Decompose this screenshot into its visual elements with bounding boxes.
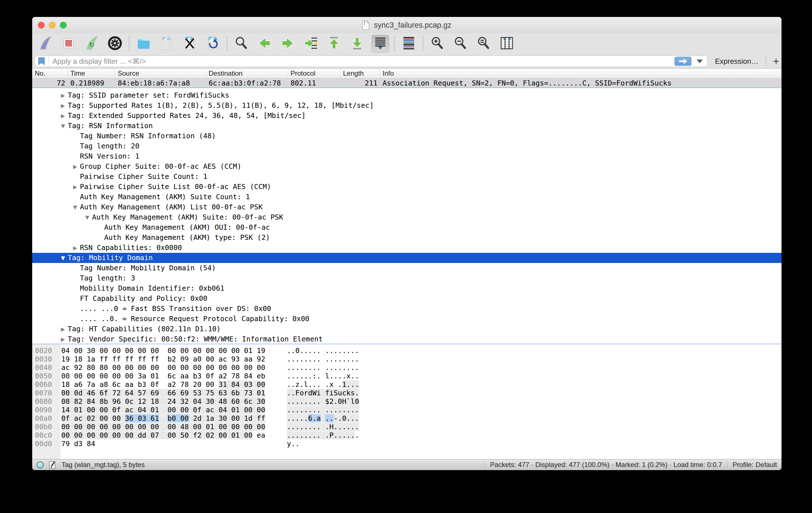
hex-row[interactable]: 00c000 00 00 00 00 00 dd 07 00 50 f2 02 … — [32, 431, 782, 440]
hex-ascii-area: y.. — [287, 440, 299, 448]
hex-byte-area: 00 00 00 00 00 00 3a 01 6c aa b3 0f a2 7… — [61, 372, 287, 381]
hex-row[interactable]: 003019 18 1a ff ff ff ff ff b2 09 a0 00 … — [32, 355, 782, 363]
tree-row[interactable]: ▶Tag: SSID parameter set: FordWifiSucks — [32, 90, 782, 100]
toolbar-auto-scroll-live-button[interactable] — [372, 35, 389, 53]
tree-row[interactable]: Tag length: 20 — [32, 141, 782, 151]
hex-row[interactable]: 00a00f ac 02 00 00 36 03 61 b0 00 2d 1a … — [32, 414, 782, 423]
tree-row[interactable]: Tag Number: RSN Information (48) — [32, 131, 782, 141]
toolbar-go-forward-button[interactable] — [279, 35, 296, 53]
tree-row[interactable]: ▼Auth Key Management (AKM) List 00-0f-ac… — [32, 202, 782, 212]
expander-down-icon[interactable]: ▼ — [70, 202, 80, 212]
minimize-window-button[interactable] — [49, 22, 56, 29]
expander-right-icon[interactable]: ▶ — [58, 90, 68, 100]
tree-row[interactable]: .... ..0. = Resource Request Protocol Ca… — [32, 314, 782, 324]
tree-row[interactable]: Mobility Domain Identifier: 0xb061 — [32, 283, 782, 294]
tree-row[interactable]: Auth Key Management (AKM) Suite Count: 1 — [32, 192, 782, 202]
hex-row[interactable]: 008008 82 84 8b 96 0c 12 18 24 32 04 30 … — [32, 397, 782, 406]
toolbar-zoom-in-button[interactable] — [429, 35, 446, 53]
hex-row[interactable]: 005000 00 00 00 00 00 3a 01 6c aa b3 0f … — [32, 372, 782, 381]
hex-bytes: 00 00 00 00 00 00 3a 01 6c aa b3 0f a2 7… — [61, 372, 265, 380]
toolbar-go-back-button[interactable] — [256, 35, 273, 53]
filter-bookmark-button[interactable] — [35, 56, 49, 67]
hex-byte-area: 00 00 00 00 00 00 dd 07 00 50 f2 02 00 0… — [61, 431, 287, 440]
expression-button[interactable]: Expression… — [715, 57, 759, 66]
hex-bytes: 19 18 1a ff ff ff ff ff b2 09 a0 00 ac 9… — [61, 355, 265, 363]
toolbar-zoom-100-button[interactable] — [475, 35, 492, 53]
column-header-source[interactable]: Source — [115, 68, 206, 78]
toolbar-find-packet-button[interactable] — [233, 35, 250, 53]
hex-row[interactable]: 00b000 00 00 00 00 00 00 00 00 48 00 01 … — [32, 423, 782, 431]
toolbar-save-capture-file-button[interactable]: 010100110101110 — [158, 35, 175, 53]
tree-row[interactable]: ▶Tag: Vendor Specific: 00:50:f2: WMM/WME… — [32, 334, 782, 344]
tree-row-label: .... ..0. = Resource Request Protocol Ca… — [80, 314, 310, 323]
tree-row[interactable]: RSN Version: 1 — [32, 151, 782, 161]
tree-row[interactable]: ▶Tag: HT Capabilities (802.11n D1.10) — [32, 324, 782, 334]
column-header-time[interactable]: Time — [68, 68, 115, 78]
expert-info-button[interactable] — [37, 461, 44, 469]
hex-offset: 00a0 — [35, 414, 61, 423]
toolbar-go-to-last-packet-button[interactable] — [348, 35, 366, 53]
tree-row[interactable]: ▶Tag: Extended Supported Rates 24, 36, 4… — [32, 111, 782, 121]
tree-row[interactable]: Tag length: 3 — [32, 273, 782, 283]
toolbar-colorize-packet-list-button[interactable] — [400, 35, 417, 53]
tree-row[interactable]: FT Capability and Policy: 0x00 — [32, 294, 782, 304]
tree-row-selected[interactable]: ▼Tag: Mobility Domain — [32, 253, 782, 263]
zoom-window-button[interactable] — [60, 22, 67, 29]
hex-row[interactable]: 006018 a6 7a a8 6c aa b3 0f a2 78 20 00 … — [32, 381, 782, 389]
tree-row[interactable]: .... ...0 = Fast BSS Transition over DS:… — [32, 304, 782, 314]
tree-row[interactable]: ▶Pairwise Cipher Suite List 00-0f-ac AES… — [32, 182, 782, 192]
toolbar-reload-capture-file-button[interactable]: 010100110101110 — [204, 35, 222, 53]
traffic-lights — [38, 22, 67, 29]
tree-row[interactable]: ▶RSN Capabilities: 0x0000 — [32, 243, 782, 253]
column-header-no[interactable]: No. — [32, 68, 68, 78]
expander-right-icon[interactable]: ▶ — [70, 182, 80, 192]
tree-row[interactable]: Tag Number: Mobility Domain (54) — [32, 263, 782, 273]
tree-row[interactable]: Auth Key Management (AKM) type: PSK (2) — [32, 233, 782, 243]
hex-row[interactable]: 0040ac 92 80 80 00 00 00 00 00 00 00 00 … — [32, 363, 782, 372]
expander-right-icon[interactable]: ▶ — [70, 243, 80, 253]
tree-row-label: Pairwise Cipher Suite Count: 1 — [80, 173, 207, 181]
hex-offset: 0070 — [35, 389, 61, 397]
expander-right-icon[interactable]: ▶ — [58, 334, 68, 344]
packet-row[interactable]: 720.21898984:eb:18:a6:7a:a86c:aa:b3:0f:a… — [32, 79, 782, 88]
column-header-protocol[interactable]: Protocol — [288, 68, 341, 78]
toolbar-stop-capture-button[interactable] — [60, 35, 77, 53]
hex-row[interactable]: 002004 00 30 00 00 00 00 00 00 00 00 00 … — [32, 346, 782, 355]
column-header-info[interactable]: Info — [380, 68, 782, 78]
toolbar-start-capture-button[interactable] — [37, 35, 54, 53]
tree-row[interactable]: ▼Auth Key Management (AKM) Suite: 00-0f-… — [32, 212, 782, 222]
tree-row[interactable]: ▶Group Cipher Suite: 00-0f-ac AES (CCM) — [32, 161, 782, 172]
toolbar-close-capture-file-button[interactable]: 010100110101110 — [181, 35, 199, 53]
expander-right-icon[interactable]: ▶ — [70, 161, 80, 172]
filter-history-dropdown[interactable] — [697, 60, 703, 63]
apply-filter-button[interactable] — [674, 57, 691, 66]
toolbar-open-capture-file-button[interactable] — [135, 35, 152, 53]
toolbar-restart-capture-button[interactable]: ↻ — [83, 35, 100, 53]
expander-down-icon[interactable]: ▼ — [58, 121, 68, 131]
expander-right-icon[interactable]: ▶ — [58, 324, 68, 334]
toolbar-go-to-packet-button[interactable] — [302, 35, 320, 53]
add-filter-button[interactable]: + — [773, 56, 779, 67]
hex-row[interactable]: 009014 01 00 00 0f ac 04 01 00 00 0f ac … — [32, 406, 782, 414]
column-header-length[interactable]: Length — [341, 68, 380, 78]
toolbar-resize-columns-button[interactable] — [498, 35, 516, 53]
tree-row[interactable]: ▶Tag: Supported Rates 1(B), 2(B), 5.5(B)… — [32, 100, 782, 111]
display-filter-input[interactable]: Apply a display filter ... <⌘/> — [34, 56, 707, 67]
capture-comment-icon[interactable] — [49, 460, 56, 469]
close-window-button[interactable] — [38, 22, 45, 29]
hex-row[interactable]: 00d079 d3 84y.. — [32, 440, 782, 448]
expander-down-icon[interactable]: ▼ — [82, 212, 92, 222]
status-profile[interactable]: Profile: Default — [733, 461, 777, 469]
expander-down-icon[interactable]: ▼ — [58, 253, 68, 263]
tree-row[interactable]: ▼Tag: RSN Information — [32, 121, 782, 131]
tree-row[interactable]: Auth Key Management (AKM) OUI: 00-0f-ac — [32, 222, 782, 233]
expander-right-icon[interactable]: ▶ — [58, 100, 68, 111]
toolbar-zoom-out-button[interactable] — [452, 35, 469, 53]
toolbar-capture-options-button[interactable] — [106, 35, 124, 53]
tree-row[interactable]: Pairwise Cipher Suite Count: 1 — [32, 172, 782, 182]
title-bar[interactable]: sync3_failures.pcap.gz — [32, 17, 782, 33]
column-header-destination[interactable]: Destination — [206, 68, 288, 78]
hex-row[interactable]: 007000 0d 46 6f 72 64 57 69 66 69 53 75 … — [32, 389, 782, 397]
expander-right-icon[interactable]: ▶ — [58, 111, 68, 121]
toolbar-go-to-first-packet-button[interactable] — [325, 35, 343, 53]
